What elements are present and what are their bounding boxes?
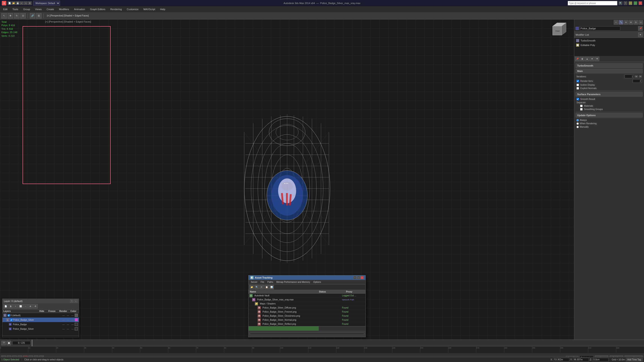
when-rendering-radio[interactable]	[576, 122, 579, 125]
layer-freeze-badge-silver[interactable]: —	[66, 328, 70, 330]
layer-color-silver[interactable]	[75, 318, 78, 321]
new-file-btn[interactable]: 📄	[8, 1, 11, 5]
layer-hide-0[interactable]: —	[61, 314, 66, 317]
menu-modifiers[interactable]: Modifiers	[57, 7, 71, 11]
asset-menu-paths[interactable]: Paths	[266, 280, 275, 284]
perspective-cube[interactable]: Front	[552, 22, 567, 37]
layer-render-badge[interactable]: —	[70, 323, 75, 326]
asset-row-glossiness[interactable]: 🖼 Police_Badge_Silver_Glossiness.png Fou…	[248, 314, 366, 318]
add-time-tag-btn[interactable]: Add Time Tag	[626, 358, 643, 361]
rotate-btn[interactable]: ↻	[14, 13, 20, 18]
scale-btn[interactable]: ⊡	[20, 13, 26, 18]
render-iters-input[interactable]	[633, 79, 642, 83]
asset-row-diffuse[interactable]: 🖼 Police_Badge_Silver_Diffuse.png Found	[248, 306, 366, 310]
utilities-tab-btn[interactable]: U	[638, 20, 643, 24]
materials-checkbox[interactable]	[580, 105, 582, 107]
layer-hide-badge-silver[interactable]: —	[61, 328, 66, 330]
asset-tool-5[interactable]: 📊	[269, 285, 274, 289]
menu-edit[interactable]: Edit	[1, 7, 10, 11]
undo-btn[interactable]: ↩	[20, 1, 24, 5]
open-file-btn[interactable]: 📂	[12, 1, 15, 5]
asset-tool-3[interactable]: ⟳	[259, 285, 264, 289]
move-btn[interactable]: ✥	[8, 13, 13, 18]
isoline-checkbox[interactable]	[576, 84, 579, 86]
layer-merge-btn[interactable]: ⊕	[28, 304, 33, 309]
menu-maxscript[interactable]: MAXScript	[141, 7, 158, 11]
smooth-result-checkbox[interactable]	[576, 98, 579, 100]
move-up-btn[interactable]: ▲	[585, 57, 589, 61]
asset-row-maps[interactable]: 📁 Maps / Shaders	[248, 302, 366, 306]
hierarchy-tab-btn[interactable]: H	[624, 20, 628, 24]
unlink-btn[interactable]: ⛓	[36, 13, 42, 18]
layers-close-btn[interactable]: ×	[74, 300, 78, 303]
motion-tab-btn[interactable]: M	[629, 20, 633, 24]
menu-tools[interactable]: Tools	[10, 7, 20, 11]
asset-row-reflect[interactable]: 🖼 Police_Badge_Silver_Reflect.png Found	[248, 322, 366, 326]
layer-hide-silver[interactable]: —	[61, 319, 66, 321]
layers-question-btn[interactable]: ?	[70, 300, 73, 303]
asset-close-btn[interactable]: ×	[360, 276, 364, 279]
modifier-editable-poly[interactable]: ⬜ Editable Poly	[575, 43, 644, 47]
x-field[interactable]	[554, 358, 569, 362]
layer-new-btn[interactable]: 📄	[4, 304, 8, 309]
asset-menu-file[interactable]: File	[259, 280, 266, 284]
layer-color-0[interactable]	[75, 314, 78, 317]
layer-row-badge[interactable]: O Police_Badge — — —	[2, 322, 79, 327]
timeline-icon-1[interactable]: 🎬	[1, 341, 6, 345]
turbosmooth-section-title[interactable]: TurboSmooth	[576, 63, 643, 68]
menu-create[interactable]: Create	[44, 7, 56, 11]
close-btn[interactable]: ×	[638, 1, 642, 5]
asset-row-normal[interactable]: 🖼 Police_Badge_Silver_Normal.png Found	[248, 318, 366, 322]
explicit-normals-checkbox[interactable]	[576, 87, 579, 89]
pin-stack-btn[interactable]: 📌	[575, 57, 580, 61]
iterations-input[interactable]	[624, 75, 634, 78]
object-pin-btn[interactable]: 📌	[638, 26, 643, 31]
asset-row-maxfile[interactable]: M Police_Badge_Silver_max_vray.max Netwo…	[248, 298, 366, 302]
help-btn[interactable]: ?	[624, 1, 627, 5]
layer-select-btn[interactable]: ⬜	[18, 304, 23, 309]
redo-btn[interactable]: ↪	[24, 1, 28, 5]
object-color-swatch[interactable]	[576, 27, 579, 30]
asset-row-vault[interactable]: V Autodesk Vault Logged Out ...	[248, 294, 366, 298]
search-input[interactable]	[569, 2, 616, 4]
layer-row-badge-silver[interactable]: O Police_Badge_Silver — — —	[2, 327, 79, 331]
move-down-btn[interactable]: ▼	[590, 57, 594, 61]
search-box[interactable]	[568, 1, 617, 5]
asset-tool-4[interactable]: 📋	[264, 285, 269, 289]
asset-panel-titlebar[interactable]: 📊 Asset Tracking ─ □ ×	[248, 275, 366, 280]
layers-scrollbar[interactable]	[2, 336, 79, 337]
delete-modifier-btn[interactable]: 🗑	[580, 57, 584, 61]
modifier-dropdown-btn[interactable]: ▼	[638, 32, 643, 37]
object-name-field[interactable]	[580, 26, 620, 30]
minimize-btn[interactable]: ─	[629, 1, 632, 5]
layer-check-silver[interactable]	[10, 319, 13, 321]
asset-minimize-btn[interactable]: ─	[353, 276, 356, 279]
layer-freeze-0[interactable]: —	[66, 314, 70, 317]
create-tab-btn[interactable]: +	[614, 20, 618, 24]
asset-row-fresnel[interactable]: 🖼 Police_Badge_Silver_Fresnel.png Found	[248, 310, 366, 314]
timeline-icon-2[interactable]: ⌚	[6, 341, 11, 345]
menu-help[interactable]: Help	[158, 7, 168, 11]
z-field[interactable]	[593, 358, 608, 362]
layer-delete-btn[interactable]: 🗑	[8, 304, 13, 309]
iterations-spinner-down[interactable]: ▼	[639, 75, 642, 77]
render-iters-checkbox[interactable]	[576, 80, 579, 82]
layer-render-0[interactable]: —	[70, 314, 75, 317]
asset-menu-bitmap[interactable]: Bitmap Performance and Memory	[275, 280, 312, 284]
menu-rendering[interactable]: Rendering	[108, 7, 124, 11]
layer-color-badge-silver2[interactable]	[75, 327, 78, 331]
layer-add-selected-btn[interactable]: +	[13, 304, 18, 309]
layer-row-silver[interactable]: L Police_Badge_Silver — — —	[2, 318, 79, 322]
asset-maximize-btn[interactable]: □	[357, 276, 360, 279]
menu-customize[interactable]: Customize	[124, 7, 141, 11]
display-tab-btn[interactable]: D	[634, 20, 638, 24]
layer-check-0[interactable]	[8, 314, 10, 317]
modify-tab-btn[interactable]: 🔧	[619, 20, 623, 24]
workspace-dropdown[interactable]: Workspace: Default	[33, 1, 60, 6]
menu-animation[interactable]: Animation	[72, 7, 87, 11]
smoothing-groups-checkbox[interactable]	[580, 108, 582, 110]
menu-group[interactable]: Group	[21, 7, 32, 11]
asset-tool-2[interactable]: 🔍	[254, 285, 259, 289]
layer-settings-btn[interactable]: ⚙	[33, 304, 38, 309]
asset-menu-server[interactable]: Server	[250, 280, 259, 284]
